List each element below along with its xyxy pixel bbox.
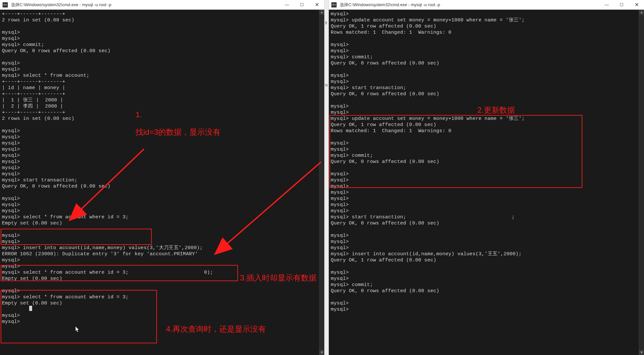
splitter-mark: 9 bbox=[325, 21, 327, 25]
maximize-button[interactable]: ☐ bbox=[294, 0, 309, 9]
cmd-icon: C:\ bbox=[3, 2, 8, 7]
right-titlebar[interactable]: C:\ 选择C:\Windows\system32\cmd.exe - mysq… bbox=[329, 0, 644, 10]
text-cursor bbox=[29, 306, 32, 311]
left-title: 选择C:\Windows\system32\cmd.exe - mysql -u… bbox=[10, 2, 280, 8]
splitter[interactable]: 9 mi bbox=[324, 0, 329, 355]
maximize-button[interactable]: ☐ bbox=[614, 0, 629, 9]
left-terminal[interactable]: +----+------+-------+ 2 rows in set (0.0… bbox=[0, 10, 324, 355]
right-terminal[interactable]: mysql> mysql> update account set money =… bbox=[329, 10, 644, 355]
cmd-icon: C:\ bbox=[331, 2, 337, 7]
right-window: C:\ 选择C:\Windows\system32\cmd.exe - mysq… bbox=[329, 0, 644, 355]
scroll-up-icon[interactable]: ▲ bbox=[319, 10, 324, 15]
scroll-down-icon[interactable]: ▼ bbox=[639, 350, 644, 355]
right-scrollbar[interactable]: ▲ ▼ bbox=[639, 10, 644, 355]
scroll-up-icon[interactable]: ▲ bbox=[639, 10, 644, 15]
left-window: C:\ 选择C:\Windows\system32\cmd.exe - mysq… bbox=[0, 0, 324, 355]
minimize-button[interactable]: — bbox=[599, 0, 614, 9]
right-title: 选择C:\Windows\system32\cmd.exe - mysql -u… bbox=[339, 2, 599, 8]
close-button[interactable]: ✕ bbox=[309, 0, 324, 9]
minimize-button[interactable]: — bbox=[280, 0, 294, 9]
close-button[interactable]: ✕ bbox=[629, 0, 644, 9]
left-scrollbar[interactable]: ▲ ▼ bbox=[319, 10, 324, 355]
scroll-down-icon[interactable]: ▼ bbox=[319, 350, 324, 355]
left-titlebar[interactable]: C:\ 选择C:\Windows\system32\cmd.exe - mysq… bbox=[0, 0, 324, 10]
splitter-mark: mi bbox=[324, 83, 328, 87]
